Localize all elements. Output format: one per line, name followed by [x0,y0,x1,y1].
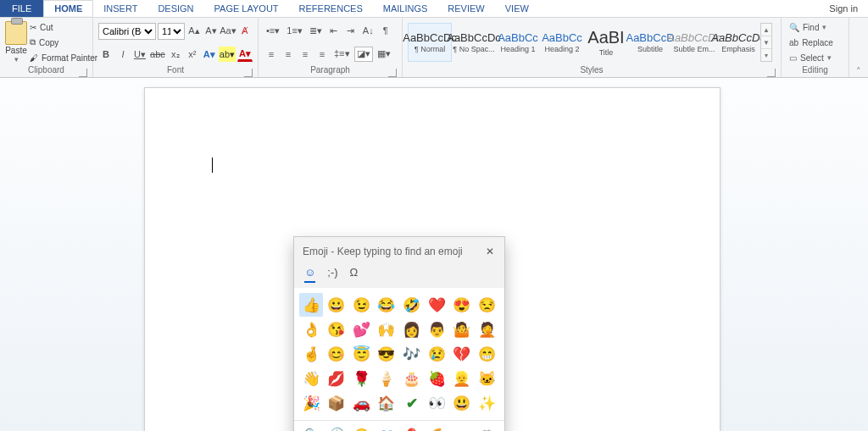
paste-button[interactable]: Paste ▾ [5,19,27,65]
emoji-category-6[interactable]: 🚗 [449,424,475,431]
numbering-button[interactable]: 1≡▾ [284,23,305,38]
emoji-cell[interactable]: 😇 [349,342,373,366]
font-dialog-launcher[interactable] [244,69,253,77]
emoji-cell[interactable]: 🎂 [400,367,424,390]
emoji-close-button[interactable]: ✕ [484,244,496,259]
font-size-select[interactable]: 11 [158,23,185,40]
emoji-cell[interactable]: 👀 [425,391,448,415]
borders-button[interactable]: ▦▾ [375,47,393,62]
style-subtitle[interactable]: AaBbCcDSubtitle [628,23,672,62]
styles-gallery-scroll[interactable]: ▲▼▾ [760,23,772,62]
sort-button[interactable]: A↓ [360,23,376,38]
highlight-button[interactable]: ab▾ [219,47,236,62]
emoji-category-5[interactable]: 🍕 [425,424,450,431]
emoji-cell[interactable]: 😃 [450,391,474,415]
font-name-select[interactable]: Calibri (Body) [98,23,156,40]
bold-button[interactable]: B [98,47,114,62]
paste-dropdown-icon[interactable]: ▾ [14,55,19,64]
style-subtle-em-[interactable]: AaBbCcDcSubtle Em... [672,23,716,62]
emoji-category-7[interactable]: ♡ [475,424,500,431]
emoji-cell[interactable]: 🤦 [475,318,498,341]
emoji-search-button[interactable]: 🔍 [299,424,325,431]
find-button[interactable]: 🔍Find▾ [787,19,848,35]
emoji-cell[interactable]: 💕 [349,318,373,341]
emoji-cell[interactable]: 😍 [450,293,474,317]
underline-button[interactable]: U▾ [132,47,147,62]
bullets-button[interactable]: •≡▾ [264,23,282,38]
decrease-indent-button[interactable]: ⇤ [326,23,342,38]
tab-view[interactable]: VIEW [495,0,539,17]
text-effects-button[interactable]: A▾ [202,47,217,62]
font-color-button[interactable]: A▾ [237,47,253,62]
style-title[interactable]: AaBITitle [584,23,628,62]
emoji-cell[interactable]: 👌 [299,318,323,341]
show-marks-button[interactable]: ¶ [378,23,393,38]
emoji-cell[interactable]: ✨ [475,391,498,415]
emoji-cell[interactable]: 👋 [299,367,323,390]
tab-home[interactable]: HOME [43,0,93,17]
emoji-category-3[interactable]: 👥 [375,424,400,431]
shrink-font-button[interactable]: A▾ [203,24,219,39]
paragraph-dialog-launcher[interactable] [388,69,397,77]
clear-formatting-button[interactable]: A̸ [237,24,253,39]
emoji-tab-emoji[interactable]: ☺ [304,266,315,283]
emoji-cell[interactable]: 👩 [400,318,424,341]
tab-page-layout[interactable]: PAGE LAYOUT [204,0,289,17]
emoji-cell[interactable]: 😀 [325,293,348,317]
emoji-cell[interactable]: 😎 [375,342,398,366]
style-emphasis[interactable]: AaBbCcDcEmphasis [716,23,760,62]
emoji-cell[interactable]: 🐱 [475,367,498,390]
grow-font-button[interactable]: A▴ [186,24,202,39]
style-heading-1[interactable]: AaBbCcHeading 1 [496,23,540,62]
emoji-category-4[interactable]: 🎈 [399,424,425,431]
emoji-tab-kaomoji[interactable]: ;-) [327,266,337,283]
emoji-cell[interactable]: 😒 [475,293,498,317]
tab-references[interactable]: REFERENCES [289,0,373,17]
emoji-cell[interactable]: 💔 [450,342,474,366]
select-button[interactable]: ▭Select▾ [787,50,848,65]
align-center-button[interactable]: ≡ [281,47,296,62]
subscript-button[interactable]: x₂ [168,47,183,62]
styles-dialog-launcher[interactable] [767,69,776,77]
multilevel-button[interactable]: ≣▾ [307,23,325,38]
copy-button[interactable]: ⧉Copy [27,35,102,50]
format-painter-button[interactable]: 🖌Format Painter [27,50,102,65]
shading-button[interactable]: ◪▾ [354,47,373,62]
emoji-cell[interactable]: 👱 [450,367,474,390]
align-left-button[interactable]: ≡ [264,47,279,62]
emoji-category-1[interactable]: 🕒 [325,424,350,431]
emoji-cell[interactable]: 🚗 [349,391,373,415]
cut-button[interactable]: ✂Cut [27,19,102,35]
align-right-button[interactable]: ≡ [298,47,313,62]
tab-design[interactable]: DESIGN [147,0,203,17]
emoji-cell[interactable]: 👨 [425,318,448,341]
emoji-cell[interactable]: ❤️ [425,293,448,317]
change-case-button[interactable]: Aa▾ [220,24,236,39]
emoji-tab-symbols[interactable]: Ω [350,266,359,283]
emoji-cell[interactable]: 😘 [325,318,348,341]
strike-button[interactable]: abc [149,47,166,62]
justify-button[interactable]: ≡ [314,47,330,62]
emoji-cell[interactable]: 😂 [375,293,398,317]
emoji-cell[interactable]: 👍 [299,293,323,317]
emoji-cell[interactable]: 🌹 [349,367,373,390]
emoji-cell[interactable]: 💋 [325,367,348,390]
emoji-cell[interactable]: 📦 [325,391,348,415]
emoji-cell[interactable]: 😢 [425,342,448,366]
italic-button[interactable]: I [115,47,131,62]
emoji-category-2[interactable]: 😊 [349,424,375,431]
collapse-ribbon-button[interactable]: ˄ [849,18,868,77]
emoji-cell[interactable]: 😊 [325,342,348,366]
emoji-cell[interactable]: 🍦 [375,367,398,390]
emoji-cell[interactable]: 🎉 [299,391,323,415]
emoji-cell[interactable]: 🎶 [400,342,424,366]
style-heading-2[interactable]: AaBbCcHeading 2 [540,23,584,62]
emoji-cell[interactable]: 🏠 [375,391,398,415]
emoji-cell[interactable]: 🙌 [375,318,398,341]
sign-in-link[interactable]: Sign in [819,0,868,17]
style--no-spac-[interactable]: AaBbCcDc¶ No Spac... [452,23,496,62]
emoji-cell[interactable]: ✔ [400,391,424,415]
emoji-cell[interactable]: 😉 [349,293,373,317]
tab-mailings[interactable]: MAILINGS [373,0,438,17]
superscript-button[interactable]: x² [185,47,200,62]
